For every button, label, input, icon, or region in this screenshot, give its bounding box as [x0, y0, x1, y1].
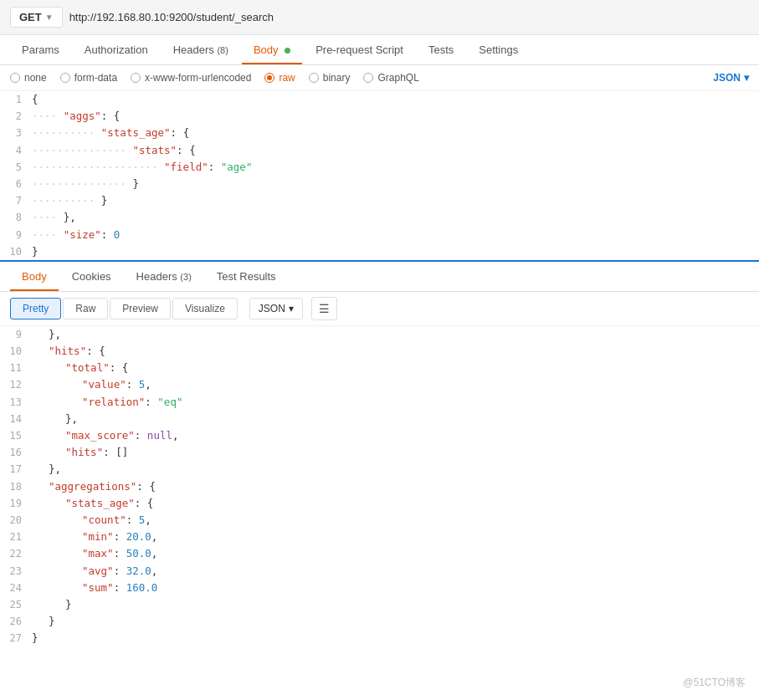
res-line-11: 11 "total": { [0, 360, 759, 376]
req-line-6: 6 ··············· } [0, 176, 759, 192]
req-line-1: 1 { [0, 91, 759, 108]
res-line-25: 25 } [0, 596, 759, 613]
radio-none [10, 73, 20, 83]
tab-params[interactable]: Params [10, 35, 71, 64]
json-type-dropdown[interactable]: JSON ▾ [713, 72, 749, 84]
req-line-9: 9 ···· "size": 0 [0, 227, 759, 243]
url-bar: GET ▼ [0, 0, 759, 35]
res-line-22: 22 "max": 50.0, [0, 545, 759, 562]
url-input[interactable] [69, 11, 749, 23]
res-line-27: 27 } [0, 630, 759, 646]
res-line-18: 18 "aggregations": { [0, 478, 759, 495]
option-binary[interactable]: binary [309, 72, 351, 84]
chevron-down-icon: ▼ [45, 13, 54, 22]
method-label: GET [19, 11, 42, 23]
res-line-24: 24 "sum": 160.0 [0, 580, 759, 596]
res-line-15: 15 "max_score": null, [0, 427, 759, 444]
req-line-5: 5 ···················· "field": "age" [0, 159, 759, 176]
tab-pre-request-script[interactable]: Pre-request Script [304, 35, 415, 64]
response-json-label: JSON [259, 303, 285, 314]
option-raw[interactable]: raw [264, 72, 295, 84]
tab-response-body[interactable]: Body [10, 262, 59, 291]
option-none[interactable]: none [10, 72, 47, 84]
tab-response-cookies[interactable]: Cookies [60, 262, 123, 291]
response-tabs: Body Cookies Headers (3) Test Results [0, 262, 759, 292]
tab-settings[interactable]: Settings [467, 35, 530, 64]
tab-tests[interactable]: Tests [417, 35, 465, 64]
tab-response-headers[interactable]: Headers (3) [125, 262, 203, 291]
option-form-data[interactable]: form-data [60, 72, 117, 84]
response-json-dropdown[interactable]: JSON ▾ [249, 298, 303, 319]
body-options: none form-data x-www-form-urlencoded raw… [0, 65, 759, 91]
res-line-17: 17 }, [0, 461, 759, 478]
res-line-19: 19 "stats_age": { [0, 495, 759, 512]
json-type-label: JSON [713, 72, 741, 84]
req-line-4: 4 ··············· "stats": { [0, 142, 759, 159]
option-urlencoded[interactable]: x-www-form-urlencoded [131, 72, 251, 84]
chevron-down-icon: ▾ [289, 303, 294, 314]
res-line-23: 23 "avg": 32.0, [0, 563, 759, 580]
req-line-8: 8 ···· }, [0, 209, 759, 226]
res-line-16: 16 "hits": [] [0, 444, 759, 461]
response-format-bar: Pretty Raw Preview Visualize JSON ▾ ☰ [0, 292, 759, 326]
option-graphql[interactable]: GraphQL [363, 72, 418, 84]
req-line-10: 10 } [0, 243, 759, 260]
method-dropdown[interactable]: GET ▼ [10, 7, 63, 28]
res-line-10: 10 "hits": { [0, 343, 759, 360]
tab-authorization[interactable]: Authorization [73, 35, 160, 64]
radio-form-data [60, 73, 70, 83]
res-line-14: 14 }, [0, 411, 759, 427]
req-line-3: 3 ·········· "stats_age": { [0, 125, 759, 141]
res-line-21: 21 "min": 20.0, [0, 529, 759, 545]
req-line-2: 2 ···· "aggs": { [0, 108, 759, 125]
res-line-13: 13 "relation": "eq" [0, 394, 759, 411]
res-line-12: 12 "value": 5, [0, 376, 759, 393]
radio-raw [264, 73, 274, 83]
filter-icon-button[interactable]: ☰ [311, 297, 337, 320]
res-line-26: 26 } [0, 613, 759, 630]
radio-binary [309, 73, 319, 83]
radio-graphql [363, 73, 373, 83]
radio-urlencoded [131, 73, 141, 83]
res-line-9: 9 }, [0, 326, 759, 343]
format-pretty-button[interactable]: Pretty [10, 298, 61, 319]
chevron-down-icon: ▾ [744, 72, 749, 84]
request-code-editor[interactable]: 1 { 2 ···· "aggs": { 3 ·········· "stats… [0, 91, 759, 262]
format-preview-button[interactable]: Preview [110, 298, 171, 319]
req-line-7: 7 ·········· } [0, 192, 759, 209]
tab-test-results[interactable]: Test Results [205, 262, 288, 291]
request-tabs: Params Authorization Headers (8) Body Pr… [0, 35, 759, 65]
tab-headers[interactable]: Headers (8) [162, 35, 240, 64]
response-code-area: 9 }, 10 "hits": { 11 "total": { 12 "valu… [0, 326, 759, 654]
res-line-20: 20 "count": 5, [0, 512, 759, 529]
tab-body[interactable]: Body [242, 35, 302, 64]
format-raw-button[interactable]: Raw [63, 298, 108, 319]
format-visualize-button[interactable]: Visualize [172, 298, 238, 319]
